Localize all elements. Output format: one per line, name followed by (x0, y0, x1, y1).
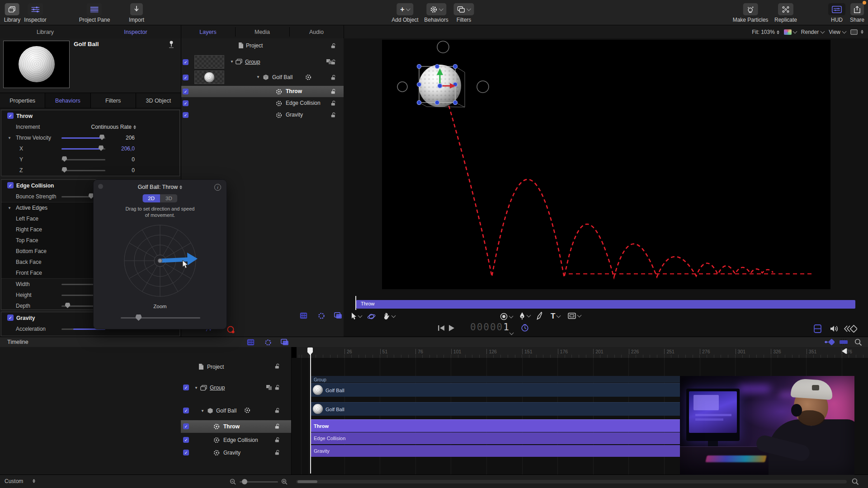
info-icon[interactable] (214, 184, 221, 191)
view-menu[interactable]: View (829, 29, 846, 35)
project-pane-button[interactable]: Project Pane (79, 3, 110, 23)
tab-layers[interactable]: Layers (181, 25, 235, 38)
edge-collision-checkbox[interactable]: ✓ (183, 437, 189, 443)
filters-button[interactable]: Filters (454, 3, 474, 23)
tab-inspector-panel[interactable]: Inspector (108, 25, 163, 38)
tl-row-group[interactable]: ✓ ▼ Group (181, 382, 291, 394)
tab-audio[interactable]: Audio (289, 25, 344, 38)
disclosure-triangle-icon[interactable]: ▼ (8, 206, 11, 210)
timeline-show-filters-icon[interactable] (281, 339, 289, 346)
throw-velocity-slider[interactable] (61, 132, 105, 143)
lock-icon[interactable] (330, 100, 336, 106)
behavior-badge-gear-icon[interactable] (305, 74, 311, 80)
layer-row-edge-collision[interactable]: ✓ Edge Collision (181, 98, 344, 109)
lock-icon[interactable] (330, 112, 336, 118)
audio-tracks-icon[interactable] (839, 338, 848, 346)
anchor-point[interactable] (438, 84, 442, 88)
timeline-zoom-slider[interactable] (240, 481, 278, 483)
lock-icon[interactable] (330, 59, 336, 65)
throw-y-slider[interactable] (61, 154, 105, 165)
lock-icon[interactable] (330, 43, 336, 49)
throw-x-slider[interactable] (61, 143, 105, 154)
behavior-badge-gear-icon[interactable] (244, 407, 250, 413)
mini-timeline-playhead[interactable] (355, 296, 356, 310)
throw-x-value[interactable]: 206,0 (108, 145, 135, 152)
throw-enabled-checkbox[interactable]: ✓ (7, 113, 14, 119)
tab-library-panel[interactable]: Library (18, 25, 72, 38)
group-checkbox[interactable]: ✓ (183, 385, 189, 390)
zoom-slider-thumb[interactable] (242, 479, 247, 484)
color-swatch-control[interactable] (784, 29, 797, 35)
golf-ball-checkbox[interactable]: ✓ (183, 408, 189, 413)
replicate-button[interactable]: Replicate (774, 3, 797, 23)
lock-icon[interactable] (274, 450, 280, 455)
disclosure-triangle-icon[interactable]: ▼ (230, 60, 234, 64)
lock-icon[interactable] (274, 423, 280, 429)
layer-row-group[interactable]: ✓ ▼ Group (181, 55, 344, 69)
timeline-horizontal-scrollbar[interactable] (296, 480, 847, 483)
footer-zoom-icon[interactable] (852, 478, 859, 485)
behaviors-button[interactable]: Behaviors (424, 3, 448, 23)
tl-row-project[interactable]: Project (181, 361, 291, 373)
zoom-out-icon[interactable] (230, 479, 236, 485)
hud-button[interactable]: HUD (828, 3, 845, 23)
share-button[interactable]: Share (850, 3, 864, 23)
throw-z-value[interactable]: 0 (108, 167, 135, 174)
mode-3d-button[interactable]: 3D (160, 194, 178, 202)
timeline-show-keyframes-icon[interactable] (247, 339, 255, 346)
throw-checkbox[interactable]: ✓ (183, 89, 189, 94)
increment-popup[interactable]: Continuous Rate (65, 124, 136, 130)
library-button[interactable]: Library (4, 3, 21, 23)
layer-row-golf-ball[interactable]: ✓ ▼ Golf Ball (181, 70, 344, 84)
disclosure-triangle-icon[interactable]: ▼ (8, 136, 11, 140)
lock-icon[interactable] (274, 408, 280, 413)
hud-zoom-slider[interactable] (121, 314, 200, 321)
layer-row-throw-selected[interactable]: ✓ Throw (181, 86, 344, 97)
throw-vector-arrow[interactable] (160, 253, 198, 265)
render-menu[interactable]: Render (801, 29, 824, 35)
lock-icon[interactable] (274, 363, 280, 369)
gravity-checkbox[interactable]: ✓ (183, 112, 189, 118)
tab-properties[interactable]: Properties (0, 93, 45, 108)
hud-popup[interactable]: Golf Ball: Throw 2D 3D Drag to set direc… (93, 179, 227, 329)
tl-row-edge-collision[interactable]: ✓ Edge Collision (181, 435, 291, 446)
zoom-in-icon[interactable] (281, 479, 288, 485)
record-button[interactable] (226, 325, 235, 334)
golf-ball-checkbox[interactable]: ✓ (183, 75, 189, 80)
window-layout-control[interactable] (850, 29, 863, 35)
throw-checkbox[interactable]: ✓ (183, 423, 189, 429)
layer-row-gravity[interactable]: ✓ Gravity (181, 109, 344, 121)
scrollbar-thumb[interactable] (297, 480, 317, 483)
gravity-enabled-checkbox[interactable]: ✓ (7, 314, 14, 321)
mode-2d-button[interactable]: 2D (142, 194, 160, 202)
lock-icon[interactable] (274, 385, 280, 390)
import-button[interactable]: Import (129, 3, 144, 23)
group-checkbox[interactable]: ✓ (183, 59, 189, 65)
keyframe-filter-icon[interactable] (824, 338, 835, 346)
tl-row-gravity[interactable]: ✓ Gravity (181, 447, 291, 459)
inspector-button[interactable]: Inspector (24, 3, 46, 23)
throw-y-value[interactable]: 0 (108, 156, 135, 163)
stepper-icon[interactable] (33, 479, 35, 483)
tl-row-golf-ball[interactable]: ✓ ▼ Golf Ball (181, 405, 291, 417)
tab-media[interactable]: Media (235, 25, 289, 38)
timeline-show-behaviors-icon[interactable] (264, 339, 272, 346)
lock-icon[interactable] (330, 75, 336, 80)
hud-2d-3d-toggle[interactable]: 2D 3D (142, 194, 177, 202)
make-particles-button[interactable]: Make Particles (733, 3, 769, 23)
timeline-ruler[interactable]: 2651761011261511762012262512763013263513… (297, 347, 868, 358)
lock-icon[interactable] (274, 437, 280, 443)
throw-z-slider[interactable] (61, 165, 105, 176)
show-behaviors-icon[interactable] (318, 312, 325, 319)
gravity-checkbox[interactable]: ✓ (183, 450, 189, 455)
layer-row-project[interactable]: Project (181, 40, 344, 52)
show-filters-icon[interactable] (334, 312, 342, 319)
playhead-line[interactable] (310, 348, 311, 474)
tab-3d-object[interactable]: 3D Object (136, 93, 181, 108)
throw-velocity-value[interactable]: 206 (108, 135, 135, 141)
disclosure-triangle-icon[interactable]: ▼ (194, 386, 198, 390)
disclosure-triangle-icon[interactable]: ▼ (256, 75, 260, 79)
add-object-button[interactable]: + Add Object (392, 3, 418, 23)
zoom-preset-menu[interactable]: Custom (5, 478, 23, 484)
pin-icon[interactable] (168, 40, 175, 49)
